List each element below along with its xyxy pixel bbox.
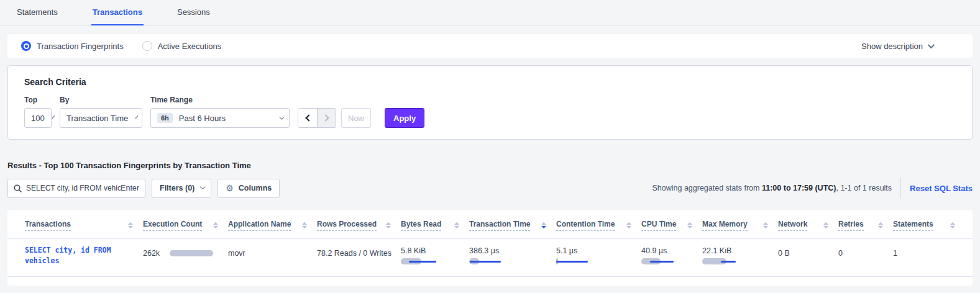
- time-range-arrows: [298, 108, 336, 128]
- radio-selected-icon[interactable]: [21, 41, 31, 51]
- column-label[interactable]: Contention Time: [556, 220, 615, 231]
- cell-network: 0 B: [778, 239, 838, 276]
- top-select[interactable]: 100: [24, 108, 52, 128]
- execution-count-bar: [170, 250, 214, 256]
- statements-value: 1: [893, 249, 897, 258]
- show-description-toggle[interactable]: Show description: [861, 42, 933, 51]
- gear-icon: ⚙: [226, 183, 234, 193]
- by-select[interactable]: Transaction Time: [60, 108, 142, 128]
- cell-statements: 1: [893, 239, 965, 276]
- cell-bytes-read: 5.8 KiB: [401, 239, 469, 276]
- sort-icon[interactable]: [123, 222, 133, 228]
- column-label[interactable]: Transactions: [25, 220, 71, 231]
- chevron-down-icon: [279, 114, 284, 119]
- radio-unselected-icon[interactable]: [142, 41, 152, 51]
- cpu-time-value: 40.9 µs: [641, 246, 702, 255]
- reset-sql-stats-link[interactable]: Reset SQL Stats: [910, 184, 973, 193]
- application-name-value: movr: [228, 249, 245, 258]
- apply-button[interactable]: Apply: [385, 108, 424, 128]
- column-header-max-memory[interactable]: Max Memory: [702, 212, 778, 238]
- top-select-value: 100: [31, 114, 45, 123]
- column-header-cpu-time[interactable]: CPU Time: [641, 212, 702, 238]
- page-tabs: Statements Transactions Sessions: [0, 0, 980, 25]
- sort-icon[interactable]: [758, 222, 768, 228]
- column-header-application-name[interactable]: Application Name: [228, 212, 317, 238]
- results-title: Results - Top 100 Transaction Fingerprin…: [7, 161, 980, 170]
- search-input[interactable]: [26, 184, 121, 192]
- cpu-time-bar: [641, 258, 677, 264]
- column-header-retries[interactable]: Retries: [838, 212, 893, 238]
- column-header-bytes-read[interactable]: Bytes Read: [401, 212, 469, 238]
- stats-time-range: 11:00 to 17:59 (UTC): [762, 184, 836, 192]
- radio-transaction-fingerprints[interactable]: Transaction Fingerprints: [21, 41, 124, 51]
- by-select-value: Transaction Time: [66, 114, 128, 123]
- divider: [900, 178, 901, 199]
- time-range-next-button[interactable]: [317, 109, 336, 127]
- transaction-fingerprint-link[interactable]: SELECT city, id FROMvehicles: [25, 245, 111, 266]
- sort-icon[interactable]: [621, 222, 631, 228]
- column-label[interactable]: Retries: [838, 220, 864, 231]
- transactions-table: Transactions Execution Count Application…: [7, 210, 973, 286]
- column-label[interactable]: Transaction Time: [469, 220, 530, 231]
- top-field: Top 100: [24, 96, 52, 128]
- chevron-down-icon: [52, 115, 55, 119]
- column-label[interactable]: Execution Count: [143, 220, 202, 231]
- filters-button[interactable]: Filters (0): [152, 179, 211, 198]
- column-label[interactable]: Statements: [893, 220, 933, 231]
- max-memory-value: 22.1 KiB: [702, 246, 778, 255]
- now-button[interactable]: Now: [341, 108, 371, 128]
- column-header-transactions[interactable]: Transactions: [7, 212, 143, 238]
- column-header-network[interactable]: Network: [778, 212, 838, 238]
- sort-icon[interactable]: [449, 222, 459, 228]
- chevron-down-icon: [200, 184, 205, 189]
- aggregated-stats-text: Showing aggregated stats from 11:00 to 1…: [652, 184, 892, 192]
- cell-retries: 0: [838, 239, 893, 276]
- sort-icon[interactable]: [536, 222, 546, 228]
- search-criteria-card: Search Criteria Top 100 By Transaction T…: [7, 65, 973, 140]
- tab-sessions[interactable]: Sessions: [176, 0, 211, 25]
- show-description-label: Show description: [861, 42, 923, 51]
- column-label[interactable]: Application Name: [228, 220, 291, 231]
- radio-label: Active Executions: [158, 42, 222, 51]
- sort-icon[interactable]: [208, 222, 218, 228]
- column-label[interactable]: CPU Time: [641, 220, 676, 231]
- cell-rows-processed: 78.2 Reads / 0 Writes: [317, 239, 401, 276]
- radio-active-executions[interactable]: Active Executions: [142, 41, 222, 51]
- chevron-left-icon: [305, 114, 312, 121]
- sort-icon[interactable]: [381, 222, 391, 228]
- sort-icon[interactable]: [818, 222, 828, 228]
- column-label[interactable]: Bytes Read: [401, 220, 441, 231]
- column-label[interactable]: Network: [778, 220, 807, 231]
- sort-icon[interactable]: [297, 222, 307, 228]
- search-box[interactable]: Enter: [7, 179, 145, 198]
- top-label: Top: [24, 96, 52, 104]
- column-header-contention-time[interactable]: Contention Time: [556, 212, 641, 238]
- execution-count-value: 262k: [143, 249, 160, 258]
- time-range-prev-button[interactable]: [298, 109, 317, 127]
- cell-transaction: SELECT city, id FROMvehicles: [7, 239, 143, 276]
- column-header-rows-processed[interactable]: Rows Processed: [317, 212, 401, 238]
- column-header-execution-count[interactable]: Execution Count: [143, 212, 228, 238]
- bytes-read-bar: [401, 258, 437, 264]
- column-header-statements[interactable]: Statements: [893, 212, 965, 238]
- time-range-select[interactable]: 6h Past 6 Hours: [150, 108, 290, 128]
- results-toolbar: Enter Filters (0) ⚙ Columns Showing aggr…: [7, 178, 973, 199]
- columns-label: Columns: [239, 184, 272, 192]
- column-header-transaction-time[interactable]: Transaction Time: [469, 212, 556, 238]
- cell-application-name: movr: [228, 239, 317, 276]
- columns-button[interactable]: ⚙ Columns: [218, 179, 280, 198]
- column-label[interactable]: Max Memory: [702, 220, 748, 231]
- time-range-badge: 6h: [157, 113, 173, 123]
- tab-statements[interactable]: Statements: [16, 0, 59, 25]
- search-criteria-controls: Top 100 By Transaction Time Time Range 6…: [24, 96, 956, 128]
- by-label: By: [60, 96, 142, 104]
- tab-transactions[interactable]: Transactions: [91, 0, 144, 25]
- search-enter-label[interactable]: Enter: [121, 184, 139, 192]
- column-label[interactable]: Rows Processed: [317, 220, 377, 231]
- search-icon: [14, 184, 22, 192]
- network-value: 0 B: [778, 249, 790, 258]
- sort-icon[interactable]: [873, 222, 883, 228]
- sort-icon[interactable]: [682, 222, 692, 228]
- sort-icon[interactable]: [945, 222, 955, 228]
- contention-time-value: 5.1 µs: [556, 246, 641, 255]
